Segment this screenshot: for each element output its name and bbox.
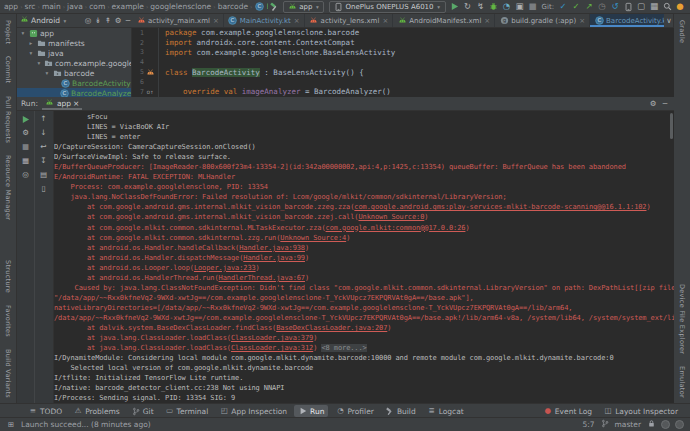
debug-icon[interactable]	[488, 1, 500, 13]
stop-icon[interactable]: ■	[21, 142, 31, 152]
attach-debugger-icon[interactable]: ▣	[514, 1, 526, 13]
expand-all-icon[interactable]: ↡	[93, 16, 103, 26]
pin-icon[interactable]: ◎	[21, 170, 31, 180]
tool-window-button-build[interactable]: Build	[381, 405, 420, 417]
stripe-button-project[interactable]: Project	[4, 20, 12, 44]
tree-collapsed-arrow[interactable]: ▸	[28, 40, 34, 46]
tree-item-app[interactable]: ▾app	[17, 28, 131, 38]
rollback-icon[interactable]: ↺	[609, 1, 621, 13]
commit-icon[interactable]: ✓	[570, 1, 582, 13]
soft-wrap-icon[interactable]: ↩	[39, 142, 49, 152]
locate-file-icon[interactable]: ◎	[83, 16, 93, 26]
apply-code-changes-icon[interactable]: ↯	[475, 1, 487, 13]
hide-panel-icon[interactable]: ─	[660, 99, 670, 109]
stacktrace-link[interactable]: Handler.java:938	[239, 244, 305, 252]
readonly-lock-icon[interactable]	[646, 419, 656, 431]
stacktrace-link[interactable]: HandlerThread.java:67	[219, 274, 305, 282]
rerun-icon[interactable]	[21, 114, 31, 124]
editor-tab-activity-main-xml[interactable]: activity_main.xml×	[132, 14, 224, 27]
breadcrumb-item[interactable]: googlelensclone	[150, 2, 211, 11]
breadcrumb-item[interactable]: app	[4, 2, 18, 11]
tool-window-switcher-icon[interactable]: ⊞	[6, 420, 16, 430]
stacktrace-link[interactable]: Unknown Source:4	[280, 234, 346, 242]
caret-position[interactable]: 5:7	[582, 420, 594, 429]
tree-item-manifests[interactable]: ▸manifests	[17, 38, 131, 48]
stripe-button-resource-manager[interactable]: Resource Manager	[4, 155, 12, 220]
breadcrumb-item[interactable]: barcode	[218, 2, 248, 11]
breadcrumb-item[interactable]: main	[42, 2, 61, 11]
breadcrumb-item[interactable]: example	[112, 2, 144, 11]
android-component-icon[interactable]	[144, 67, 156, 77]
stripe-button-commit[interactable]: Commit	[4, 56, 12, 83]
stacktrace-link[interactable]: BaseDexClassLoader.java:207	[276, 324, 387, 332]
close-icon[interactable]: ×	[484, 17, 490, 25]
tree-item-com-example-googlelensclone[interactable]: ▾com.example.googlelensclone	[17, 58, 131, 68]
up-stack-icon[interactable]: ↑	[39, 114, 49, 124]
thread-grid-icon[interactable]: ▦	[21, 156, 31, 166]
stripe-button-gradle[interactable]: Gradle	[678, 20, 686, 43]
tool-window-button-git[interactable]: Git	[127, 405, 158, 417]
android-component-icon[interactable]	[145, 67, 155, 77]
tool-window-button-logcat[interactable]: ≣Logcat	[423, 405, 468, 417]
push-icon[interactable]: ↗	[583, 1, 595, 13]
tool-window-button-app-inspection[interactable]: ◰App Inspection	[215, 405, 291, 417]
history-icon[interactable]: ◷	[596, 1, 608, 13]
editor-tab-activity-lens-xml[interactable]: activity_lens.xml×	[305, 14, 394, 27]
edit-configuration-icon[interactable]: ⚙	[21, 128, 31, 138]
close-icon[interactable]: ×	[294, 17, 300, 25]
editor-code[interactable]: package com.example.googlelensclone.barc…	[159, 28, 674, 97]
tool-window-button-profiler[interactable]: ◔Profiler	[331, 405, 377, 417]
print-icon[interactable]: ▤	[39, 170, 49, 180]
device-manager-icon[interactable]	[622, 1, 634, 13]
settings-gear-icon[interactable]: ⚙	[113, 16, 123, 26]
breadcrumb-item[interactable]: com	[89, 2, 105, 11]
run-tab-app[interactable]: app ×	[42, 97, 82, 110]
run-icon[interactable]	[449, 1, 461, 13]
tool-window-button-problems[interactable]: ⚠Problems	[69, 405, 124, 417]
tree-item-java[interactable]: ▾java	[17, 48, 131, 58]
scroll-end-icon[interactable]: ↧	[39, 156, 49, 166]
stacktrace-link[interactable]: com.google.mlkit:common@@17.0.0:26	[326, 224, 466, 232]
whats-new-icon[interactable]: ●	[674, 1, 686, 13]
tool-window-switcher-icon[interactable]: ⊞	[6, 420, 16, 430]
breadcrumb-item[interactable]: src	[25, 2, 36, 11]
console-output[interactable]: sFocu LINES = ViacBoOK AIr LINES = enter…	[54, 111, 674, 404]
collapse-all-icon[interactable]: ↟	[103, 16, 113, 26]
stacktrace-link[interactable]: Handler.java:99	[243, 254, 305, 262]
tool-window-button-event-log[interactable]: ●Event Log	[539, 405, 596, 417]
editor-tab-barcodeactivity-kt[interactable]: CBarcodeActivity.kt×	[590, 14, 674, 27]
close-icon[interactable]: ×	[73, 99, 79, 108]
tree-expanded-arrow[interactable]: ▾	[28, 50, 34, 56]
breadcrumb-item[interactable]: java	[67, 2, 83, 11]
breadcrumb-current-item[interactable]: CBarcodeActivity	[254, 2, 268, 12]
stop-icon[interactable]: ■	[527, 1, 539, 13]
tool-window-button-todo[interactable]: ≡TODO	[24, 405, 66, 417]
overriding-property-icon[interactable]: o↑	[144, 88, 156, 95]
stripe-button-emulator[interactable]: Emulator	[678, 366, 686, 398]
stripe-button-device-file-explorer[interactable]: Device File Explorer	[678, 284, 686, 354]
git-branch-name[interactable]: master	[615, 420, 641, 429]
stripe-button-favorites[interactable]: Favorites	[4, 305, 12, 337]
run-configuration-selector[interactable]: app▾	[283, 1, 324, 13]
tree-item-barcode[interactable]: ▾barcode	[17, 68, 131, 78]
stacktrace-link[interactable]: Looper.java:233	[194, 264, 256, 272]
close-icon[interactable]: ×	[579, 17, 585, 25]
profile-icon[interactable]: ◔	[501, 1, 513, 13]
console-scrollbar[interactable]	[670, 113, 673, 139]
project-view-selector[interactable]: Android ▾	[19, 15, 82, 27]
readonly-lock-icon[interactable]	[646, 419, 656, 429]
clear-all-icon[interactable]: ▯	[39, 184, 49, 194]
editor-tab-build-gradle-app-[interactable]: gbuild.gradle (:app)×	[495, 14, 590, 27]
tree-expanded-arrow[interactable]: ▾	[44, 70, 50, 76]
stripe-button-build-variants[interactable]: Build Variants	[4, 349, 12, 398]
editor-tab-androidmanifest-xml[interactable]: AndroidManifest.xml×	[393, 14, 495, 27]
stripe-button-structure[interactable]: Structure	[4, 260, 12, 293]
avd-manager-icon[interactable]: ▢	[635, 1, 647, 13]
tree-expanded-arrow[interactable]: ▾	[36, 60, 42, 66]
device-selector[interactable]: OnePlus ONEPLUS A6010▾	[329, 1, 445, 13]
tool-window-button-run[interactable]: Run	[294, 405, 328, 417]
search-icon[interactable]	[661, 1, 673, 13]
tool-window-button-layout-inspector[interactable]: ◫Layout Inspector	[599, 405, 682, 417]
stacktrace-link[interactable]: ClassLoader.java:312	[231, 344, 313, 352]
settings-gear-icon[interactable]: ⚙	[648, 99, 658, 109]
